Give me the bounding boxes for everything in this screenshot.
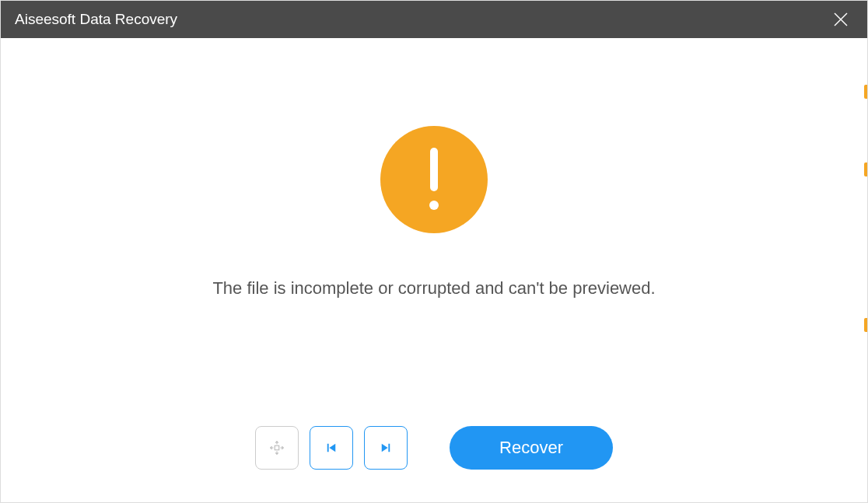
previous-button[interactable] — [310, 426, 353, 470]
svg-marker-11 — [382, 444, 388, 452]
svg-rect-9 — [327, 444, 329, 452]
close-icon — [833, 12, 849, 27]
app-window: Aiseesoft Data Recovery The file is inco… — [0, 0, 868, 503]
skip-previous-icon — [324, 441, 338, 455]
recover-button[interactable]: Recover — [450, 426, 613, 470]
app-title: Aiseesoft Data Recovery — [15, 11, 177, 28]
titlebar: Aiseesoft Data Recovery — [1, 1, 867, 38]
recover-button-label: Recover — [499, 438, 563, 458]
content-area: The file is incomplete or corrupted and … — [1, 38, 867, 417]
close-button[interactable] — [828, 7, 853, 32]
svg-rect-4 — [275, 445, 279, 450]
svg-point-3 — [429, 201, 439, 210]
error-message: The file is incomplete or corrupted and … — [212, 278, 655, 299]
next-button[interactable] — [364, 426, 408, 470]
warning-icon — [380, 126, 488, 233]
svg-marker-10 — [329, 444, 335, 452]
fit-screen-icon — [268, 439, 285, 456]
fit-screen-button[interactable] — [255, 426, 299, 470]
skip-next-icon — [379, 441, 393, 455]
svg-rect-2 — [430, 148, 438, 191]
svg-rect-12 — [388, 444, 390, 452]
toolbar: Recover — [1, 417, 867, 502]
